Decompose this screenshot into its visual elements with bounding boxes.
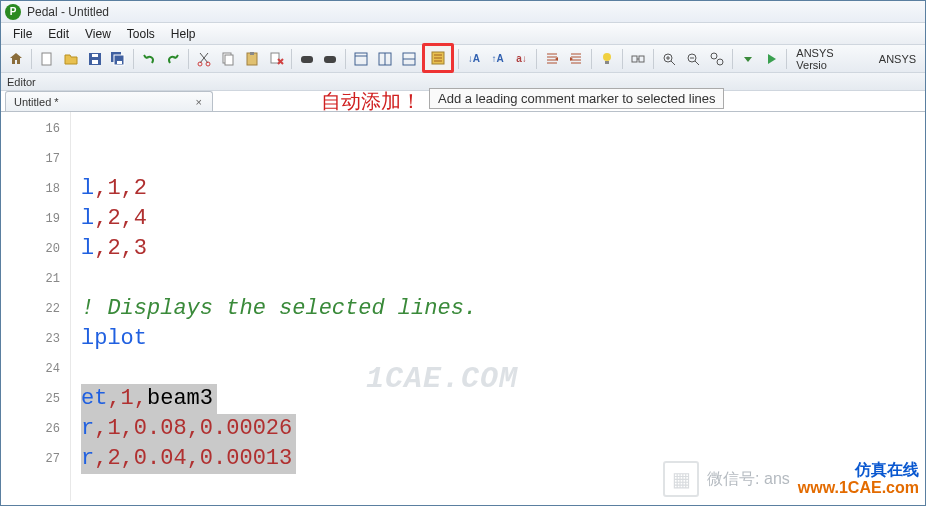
svg-rect-16 (355, 53, 367, 65)
line-number: 24 (1, 354, 60, 384)
svg-rect-10 (225, 55, 233, 65)
svg-rect-15 (324, 56, 336, 63)
connector-icon[interactable] (627, 48, 649, 70)
line-number: 22 (1, 294, 60, 324)
svg-rect-12 (250, 52, 254, 55)
svg-point-39 (717, 59, 723, 65)
copy-icon[interactable] (217, 48, 239, 70)
svg-rect-13 (271, 53, 279, 63)
svg-rect-27 (605, 61, 609, 64)
code-editor[interactable]: 16 17 18 19 20 21 22 23 24 25 26 27 l,1,… (1, 111, 925, 501)
redo-icon[interactable] (162, 48, 184, 70)
new-file-icon[interactable] (36, 48, 58, 70)
line-number: 18 (1, 174, 60, 204)
cut-icon[interactable] (193, 48, 215, 70)
svg-line-36 (695, 61, 699, 65)
toolbar: ↓A ↑A a↓ ANSYS Versio ANSYS (1, 45, 925, 73)
line-number: 19 (1, 204, 60, 234)
zoom-pair-icon[interactable] (706, 48, 728, 70)
svg-rect-3 (92, 54, 98, 57)
add-comment-marker-button[interactable] (422, 43, 454, 73)
line-number: 26 (1, 414, 60, 444)
paste-icon[interactable] (241, 48, 263, 70)
undo-icon[interactable] (138, 48, 160, 70)
gamepad-icon[interactable] (296, 48, 318, 70)
ansys-version-label: ANSYS Versio (791, 45, 871, 73)
title-bar: P Pedal - Untitled (1, 1, 925, 23)
menu-edit[interactable]: Edit (40, 25, 77, 43)
annotation-label: 自动添加！ (321, 88, 421, 115)
sort-az-icon[interactable]: ↓A (463, 48, 485, 70)
svg-line-32 (671, 61, 675, 65)
window-title: Pedal - Untitled (27, 5, 109, 19)
code-content[interactable]: l,1,2 l,2,4 l,2,3 ! Displays the selecte… (71, 112, 925, 501)
gamepad-alt-icon[interactable] (320, 48, 342, 70)
svg-rect-6 (117, 61, 122, 64)
indent-left-icon[interactable] (541, 48, 563, 70)
filter-icon[interactable]: a↓ (511, 48, 533, 70)
menu-help[interactable]: Help (163, 25, 204, 43)
svg-point-26 (603, 53, 611, 61)
ansys-label: ANSYS (874, 51, 921, 67)
line-number: 23 (1, 324, 60, 354)
home-icon[interactable] (5, 48, 27, 70)
tooltip: Add a leading comment marker to selected… (429, 88, 724, 109)
menu-file[interactable]: File (5, 25, 40, 43)
line-number: 17 (1, 144, 60, 174)
zoom-out-icon[interactable] (682, 48, 704, 70)
tab-label: Untitled * (14, 96, 59, 108)
menu-bar: File Edit View Tools Help (1, 23, 925, 45)
app-icon: P (5, 4, 21, 20)
panel-alt-icon[interactable] (398, 48, 420, 70)
tab-untitled[interactable]: Untitled * × (5, 91, 213, 111)
save-all-icon[interactable] (108, 48, 130, 70)
svg-rect-28 (632, 56, 637, 62)
zoom-in-icon[interactable] (658, 48, 680, 70)
window-list-icon[interactable] (350, 48, 372, 70)
menu-view[interactable]: View (77, 25, 119, 43)
play-icon[interactable] (760, 48, 782, 70)
dropdown-icon[interactable] (737, 48, 759, 70)
line-number: 21 (1, 264, 60, 294)
panel-icon[interactable] (374, 48, 396, 70)
line-number: 20 (1, 234, 60, 264)
svg-rect-29 (639, 56, 644, 62)
menu-tools[interactable]: Tools (119, 25, 163, 43)
tab-close-icon[interactable]: × (194, 96, 204, 108)
bulb-icon[interactable] (596, 48, 618, 70)
svg-point-38 (711, 53, 717, 59)
line-number: 27 (1, 444, 60, 474)
delete-icon[interactable] (265, 48, 287, 70)
svg-rect-2 (92, 60, 98, 64)
open-folder-icon[interactable] (60, 48, 82, 70)
line-number: 16 (1, 114, 60, 144)
save-icon[interactable] (84, 48, 106, 70)
line-number: 25 (1, 384, 60, 414)
svg-rect-14 (301, 56, 313, 63)
svg-rect-0 (42, 53, 51, 65)
indent-right-icon[interactable] (565, 48, 587, 70)
gutter: 16 17 18 19 20 21 22 23 24 25 26 27 (1, 112, 71, 501)
sort-za-icon[interactable]: ↑A (487, 48, 509, 70)
